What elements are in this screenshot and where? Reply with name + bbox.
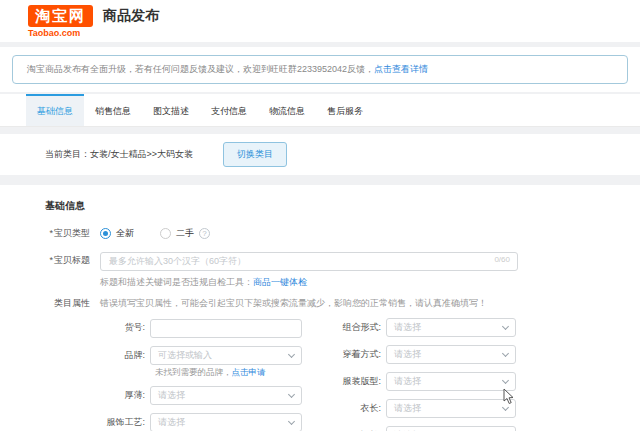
current-category-label: 当前类目：女装/女士精品>>大码女装: [45, 148, 193, 161]
notice-banner: 淘宝商品发布有全面升级，若有任何问题反馈及建议，欢迎到旺旺群2233952042…: [12, 55, 628, 84]
brand-select[interactable]: 可选择或输入: [150, 346, 302, 365]
notice-text: 淘宝商品发布有全面升级，若有任何问题反馈及建议，欢迎到旺旺群2233952042…: [27, 64, 374, 74]
item-type-options: 全新 二手 ?: [100, 227, 210, 240]
item-number-input[interactable]: [150, 319, 302, 338]
char-counter: 0/60: [494, 255, 510, 264]
craft-select[interactable]: 请选择: [150, 413, 302, 431]
required-mark: *: [49, 228, 53, 238]
item-title-row: *宝贝标题 0/60: [0, 250, 640, 271]
item-type-label-text: 宝贝类型: [54, 228, 90, 238]
tab-after-sales[interactable]: 售后服务: [316, 94, 374, 126]
clothing-cut-label: 服装版型:: [302, 375, 386, 388]
tab-sales-info[interactable]: 销售信息: [84, 94, 142, 126]
taobao-logo[interactable]: 淘宝网 Taobao.com: [28, 5, 93, 38]
field-row-brand: 品牌: 可选择或输入: [0, 346, 302, 365]
item-title-field: 0/60: [100, 250, 518, 271]
item-title-label-text: 宝贝标题: [54, 255, 90, 265]
attributes-grid: 货号: 品牌: 可选择或输入 未找到需要的品牌，点击申请 厚薄:: [0, 318, 640, 431]
combo-form-select-value: 请选择: [394, 321, 421, 334]
chevron-down-icon: [502, 322, 509, 329]
brand-select-value: 可选择或输入: [158, 349, 212, 362]
combo-form-select[interactable]: 请选择: [386, 318, 516, 337]
chevron-down-icon: [502, 349, 509, 356]
basic-info-panel: 基础信息 *宝贝类型 全新 二手 ? *宝贝标题 0/60 标题和描述关键词是否…: [0, 185, 640, 431]
notice-section: 淘宝商品发布有全面升级，若有任何问题反馈及建议，欢迎到旺旺群2233952042…: [0, 47, 640, 92]
field-row-thickness: 厚薄: 请选择: [0, 386, 302, 405]
title-check-hint: 标题和描述关键词是否违规自检工具：商品一键体检: [100, 276, 640, 289]
category-attrs-row: 类目属性 错误填写宝贝属性，可能会引起宝贝下架或搜索流量减少，影响您的正常销售，…: [0, 297, 640, 310]
tab-payment-info[interactable]: 支付信息: [200, 94, 258, 126]
wearing-style-label: 穿着方式:: [302, 348, 386, 361]
tab-logistics-info[interactable]: 物流信息: [258, 94, 316, 126]
field-row-wearing-style: 穿着方式: 请选择: [302, 345, 516, 364]
field-row-garment-length: 衣长: 请选择: [302, 399, 516, 418]
notice-detail-link[interactable]: 点击查看详情: [374, 64, 428, 74]
item-title-input[interactable]: [100, 252, 518, 271]
thickness-select[interactable]: 请选择: [150, 386, 302, 405]
craft-label: 服饰工艺:: [0, 416, 150, 429]
app-header: 淘宝网 Taobao.com 商品发布: [0, 0, 640, 42]
radio-new-label[interactable]: 全新: [116, 227, 134, 240]
brand-apply-link[interactable]: 点击申请: [232, 367, 266, 377]
tab-basic-info[interactable]: 基础信息: [26, 94, 84, 126]
wearing-style-select-value: 请选择: [394, 348, 421, 361]
switch-category-button[interactable]: 切换类目: [223, 142, 287, 167]
category-bar: 当前类目：女装/女士精品>>大码女装 切换类目: [0, 134, 640, 175]
page-title: 商品发布: [103, 7, 159, 25]
chevron-down-icon: [502, 403, 509, 410]
chevron-down-icon: [502, 376, 509, 383]
brand-hint-text: 未找到需要的品牌，: [155, 367, 232, 377]
field-row-skirt-length: 裙长: 请选择: [302, 426, 516, 431]
field-row-item-number: 货号:: [0, 318, 302, 339]
category-attrs-label: 类目属性: [0, 297, 90, 310]
section-title: 基础信息: [45, 199, 640, 213]
tab-description[interactable]: 图文描述: [142, 94, 200, 126]
radio-new-icon[interactable]: [100, 228, 111, 239]
skirt-length-select[interactable]: 请选择: [386, 426, 516, 431]
brand-hint: 未找到需要的品牌，点击申请: [155, 367, 302, 379]
field-row-clothing-cut: 服装版型: 请选择: [302, 372, 516, 391]
item-type-label: *宝贝类型: [0, 227, 90, 240]
clothing-cut-select-value: 请选择: [394, 375, 421, 388]
radio-used-icon[interactable]: [160, 228, 171, 239]
thickness-select-value: 请选择: [158, 389, 185, 402]
wearing-style-select[interactable]: 请选择: [386, 345, 516, 364]
clothing-cut-select[interactable]: 请选择: [386, 372, 516, 391]
form-tabs: 基础信息 销售信息 图文描述 支付信息 物流信息 售后服务: [0, 94, 640, 127]
help-icon[interactable]: ?: [199, 228, 210, 239]
field-row-craft: 服饰工艺: 请选择: [0, 413, 302, 431]
thickness-label: 厚薄:: [0, 389, 150, 402]
category-attrs-warning: 错误填写宝贝属性，可能会引起宝贝下架或搜索流量减少，影响您的正常销售，请认真准确…: [100, 297, 487, 310]
item-number-label: 货号:: [0, 321, 150, 334]
required-mark: *: [49, 255, 53, 265]
craft-select-value: 请选择: [158, 416, 185, 429]
brand-label: 品牌:: [0, 349, 150, 362]
item-type-row: *宝贝类型 全新 二手 ?: [0, 227, 640, 240]
chevron-down-icon: [288, 391, 295, 398]
combo-form-label: 组合形式:: [302, 321, 386, 334]
field-row-combo-form: 组合形式: 请选择: [302, 318, 516, 337]
title-check-hint-text: 标题和描述关键词是否违规自检工具：: [100, 277, 253, 287]
attributes-col-left: 货号: 品牌: 可选择或输入 未找到需要的品牌，点击申请 厚薄:: [0, 318, 302, 431]
attributes-col-right: 组合形式: 请选择 穿着方式: 请选择 服装版型:: [302, 318, 516, 431]
taobao-logo-cn: 淘宝网: [28, 5, 93, 27]
garment-length-select-value: 请选择: [394, 402, 421, 415]
item-title-label: *宝贝标题: [0, 254, 90, 267]
garment-length-label: 衣长:: [302, 402, 386, 415]
radio-used-label[interactable]: 二手: [176, 227, 194, 240]
taobao-logo-domain: Taobao.com: [28, 28, 93, 38]
garment-length-select[interactable]: 请选择: [386, 399, 516, 418]
chevron-down-icon: [288, 418, 295, 425]
chevron-down-icon: [288, 351, 295, 358]
title-check-link[interactable]: 商品一键体检: [253, 277, 307, 287]
